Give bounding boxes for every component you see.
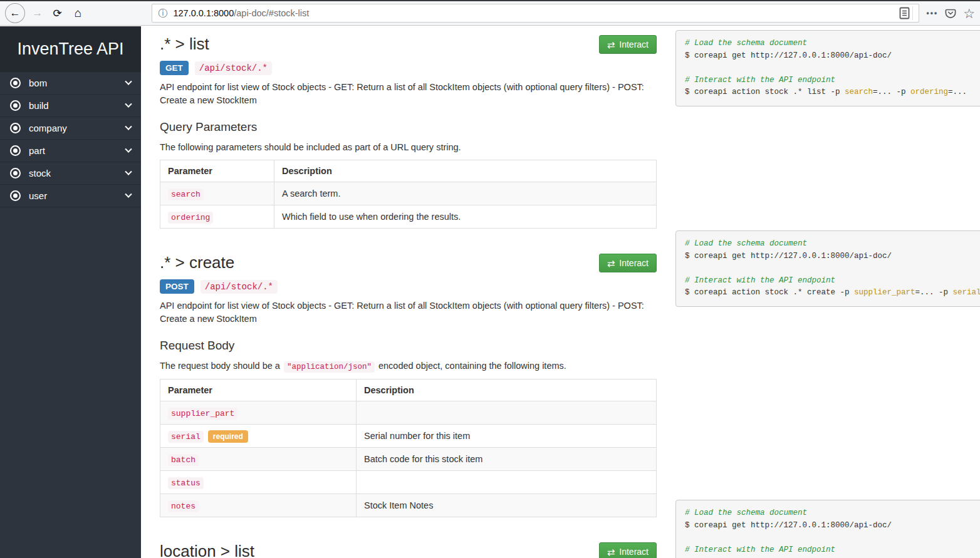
code-sample-block: # Load the schema document$ coreapi get …: [675, 500, 980, 558]
swap-arrows-icon: ⇄: [607, 40, 615, 49]
sidebar-item-label: bom: [29, 78, 47, 88]
endpoint-section-stock-create: .* > create ⇄ Interact POST /api/stock/.…: [160, 254, 657, 517]
param-description: Serial number for this item: [357, 425, 657, 448]
endpoint-description: API endpoint for list view of Stock obje…: [160, 299, 657, 325]
column-header-description: Description: [357, 380, 657, 401]
url-domain: 127.0.0.1:8000: [173, 8, 234, 18]
column-header-parameter: Parameter: [160, 160, 274, 182]
param-name: ordering: [168, 212, 213, 224]
param-name: serial: [168, 431, 204, 443]
sidebar-item-bom[interactable]: bom: [0, 72, 141, 95]
subsection-heading: Query Parameters: [160, 120, 657, 134]
page-content: InvenTree API bom build company part sto…: [0, 26, 980, 558]
sidebar: InvenTree API bom build company part sto…: [0, 26, 141, 558]
sidebar-item-label: company: [29, 123, 67, 133]
param-description: A search term.: [274, 182, 657, 205]
bullseye-icon: [10, 100, 21, 111]
note-text: encoded object, containing the following…: [376, 361, 566, 371]
interact-button[interactable]: ⇄ Interact: [599, 254, 657, 272]
url-text: 127.0.0.1:8000/api-doc/#stock-list: [173, 8, 893, 18]
sidebar-item-user[interactable]: user: [0, 185, 141, 207]
code-sample-block: # Load the schema document$ coreapi get …: [675, 230, 980, 307]
table-row: batch Batch code for this stock item: [160, 448, 657, 471]
interact-label: Interact: [619, 39, 649, 49]
param-name: search: [168, 189, 204, 200]
interact-label: Interact: [619, 547, 649, 557]
table-row: serialrequired Serial number for this it…: [160, 425, 657, 448]
endpoint-section-location-list: location > list ⇄ Interact GET /api/stoc…: [160, 542, 657, 558]
subsection-note: The request body should be a "applicatio…: [160, 361, 657, 371]
refresh-button[interactable]: ⟳: [50, 4, 66, 23]
bullseye-icon: [10, 78, 21, 88]
sidebar-item-company[interactable]: company: [0, 117, 141, 140]
note-text: The request body should be a: [160, 361, 283, 371]
sidebar-item-part[interactable]: part: [0, 140, 141, 162]
param-description: [357, 471, 657, 494]
endpoint-description: API endpoint for list view of Stock obje…: [160, 81, 657, 106]
column-header-description: Description: [274, 160, 657, 182]
browser-toolbar: ← → ⟳ ⌂ ⓘ 127.0.0.1:8000/api-doc/#stock-…: [0, 1, 980, 26]
http-method-badge: GET: [160, 61, 189, 75]
subsection-heading: Request Body: [160, 339, 657, 353]
chevron-down-icon: [125, 78, 132, 85]
bullseye-icon: [10, 168, 21, 178]
sidebar-item-label: user: [29, 190, 47, 201]
section-title: .* > create: [160, 254, 234, 272]
query-parameters-table: Parameter Description search A search te…: [160, 160, 657, 229]
chevron-down-icon: [125, 168, 132, 175]
table-row: status: [160, 471, 657, 494]
bullseye-icon: [10, 145, 21, 156]
param-description: Stock Item Notes: [357, 494, 657, 517]
request-body-table: Parameter Description supplier_part seri…: [160, 379, 657, 517]
endpoint-path: /api/stock/.*: [195, 61, 272, 75]
table-row: ordering Which field to use when orderin…: [160, 205, 657, 229]
swap-arrows-icon: ⇄: [607, 547, 615, 557]
bookmark-star-icon[interactable]: ☆: [963, 7, 975, 20]
section-title: .* > list: [160, 35, 209, 54]
table-row: notes Stock Item Notes: [160, 494, 657, 517]
main-area: .* > list ⇄ Interact GET /api/stock/.* A…: [141, 26, 980, 558]
sidebar-item-label: stock: [29, 168, 51, 178]
chevron-down-icon: [125, 190, 132, 197]
required-badge: required: [208, 430, 248, 443]
app-title: InvenTree API: [0, 26, 141, 72]
param-description: Which field to use when ordering the res…: [274, 205, 657, 229]
param-description: Batch code for this stock item: [357, 448, 657, 471]
site-info-icon[interactable]: ⓘ: [158, 8, 167, 19]
home-button[interactable]: ⌂: [70, 4, 87, 23]
endpoint-path: /api/stock/.*: [201, 280, 278, 294]
chevron-down-icon: [125, 100, 132, 107]
swap-arrows-icon: ⇄: [607, 259, 615, 268]
interact-label: Interact: [619, 258, 649, 268]
reader-mode-icon[interactable]: [899, 6, 913, 20]
note-text: The following parameters should be inclu…: [160, 142, 461, 152]
docs-column: .* > list ⇄ Interact GET /api/stock/.* A…: [160, 26, 657, 558]
pocket-icon[interactable]: [944, 7, 957, 19]
param-name: batch: [168, 454, 199, 466]
sidebar-item-stock[interactable]: stock: [0, 162, 141, 185]
interact-button[interactable]: ⇄ Interact: [599, 35, 657, 54]
param-name: status: [168, 477, 204, 489]
http-method-badge: POST: [160, 279, 194, 294]
param-description: [357, 401, 657, 425]
sidebar-item-label: part: [29, 145, 45, 156]
menu-dots-icon[interactable]: •••: [927, 9, 939, 18]
url-bar[interactable]: ⓘ 127.0.0.1:8000/api-doc/#stock-list: [152, 4, 919, 23]
forward-button[interactable]: →: [29, 4, 46, 23]
table-row: search A search term.: [160, 182, 657, 205]
back-button[interactable]: ←: [5, 3, 25, 23]
column-header-parameter: Parameter: [160, 380, 357, 401]
sidebar-item-build[interactable]: build: [0, 95, 141, 117]
toolbar-right-icons: ••• ☆: [927, 7, 975, 20]
subsection-note: The following parameters should be inclu…: [160, 142, 657, 152]
section-title: location > list: [160, 542, 254, 558]
interact-button[interactable]: ⇄ Interact: [599, 542, 657, 558]
note-inline-code: "application/json": [284, 361, 375, 373]
chevron-down-icon: [125, 145, 132, 152]
table-row: supplier_part: [160, 401, 657, 425]
bullseye-icon: [10, 123, 21, 133]
code-sample-block: # Load the schema document$ coreapi get …: [675, 30, 980, 106]
endpoint-section-stock-list: .* > list ⇄ Interact GET /api/stock/.* A…: [160, 35, 657, 229]
param-name: supplier_part: [168, 408, 237, 420]
bullseye-icon: [10, 190, 21, 201]
